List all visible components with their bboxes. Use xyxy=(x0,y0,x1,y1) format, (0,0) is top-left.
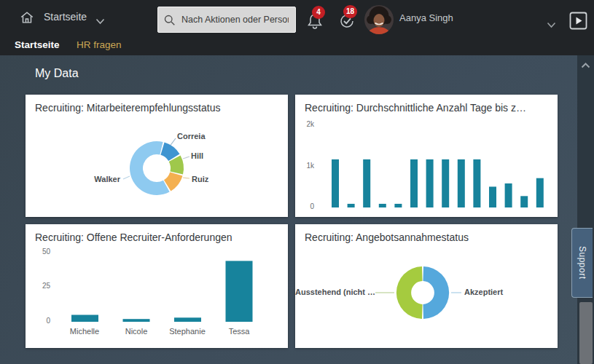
tile-mitarbeiterempfehlungsstatus[interactable]: Recruiting: Mitarbeiterempfehlungsstatus… xyxy=(26,95,288,217)
tile-angebotsannahmestatus[interactable]: Recruiting: Angebotsannahmestatus Ausste… xyxy=(295,224,558,348)
slice-label-ausstehend: Ausstehend (nicht … xyxy=(295,288,372,296)
tab-bar: Startseite HR fragen xyxy=(0,35,594,55)
donut-chart-svg xyxy=(295,246,558,348)
label-connector xyxy=(123,176,130,179)
slice-label-walker: Walker xyxy=(66,175,120,183)
search-box[interactable] xyxy=(157,7,296,33)
x-label-nicole: Nicole xyxy=(107,327,165,336)
card-title: Recruiting: Offene Recruiter-Anforderung… xyxy=(26,224,288,246)
top-bar: Startseite 4 18 xyxy=(0,0,594,35)
card-title: Recruiting: Angebotsannahmestatus xyxy=(295,224,558,246)
search-icon xyxy=(163,14,176,26)
tile-offene-recruiter-anforderungen[interactable]: Recruiting: Offene Recruiter-Anforderung… xyxy=(26,224,288,348)
bar-12[interactable] xyxy=(520,196,528,207)
nav-title[interactable]: Startseite xyxy=(44,11,87,23)
bar-3[interactable] xyxy=(379,204,386,207)
user-menu-chevron-down-icon[interactable] xyxy=(547,18,556,31)
user-name[interactable]: Aanya Singh xyxy=(399,12,453,23)
x-label-stephanie: Stephanie xyxy=(158,327,216,336)
bar-9[interactable] xyxy=(473,159,480,207)
bar-11[interactable] xyxy=(505,183,512,207)
bar-7[interactable] xyxy=(442,159,449,207)
chevron-down-icon[interactable] xyxy=(95,15,105,28)
donut-chart-offer-status: Ausstehend (nicht … Akzeptiert xyxy=(295,246,558,348)
card-title: Recruiting: Durchschnittliche Anzahl Tag… xyxy=(295,95,558,116)
donut-slice-ausstehendnicht[interactable] xyxy=(396,266,423,319)
media-player-icon[interactable] xyxy=(569,12,587,30)
bar-3[interactable] xyxy=(226,261,253,322)
slice-label-ruiz: Ruiz xyxy=(192,175,208,183)
bar-chart-open-requisitions: 50 25 0 Michelle Nicole Stephanie Tessa xyxy=(26,246,288,348)
slice-label-akzeptiert: Akzeptiert xyxy=(464,288,503,296)
bar-5[interactable] xyxy=(410,159,418,207)
donut-chart-referral-status: Correia Hill Ruiz Walker xyxy=(26,116,288,217)
scrollbar-thumb[interactable] xyxy=(579,302,593,364)
tile-durchschnittliche-tage[interactable]: Recruiting: Durchschnittliche Anzahl Tag… xyxy=(295,95,558,217)
bar-chart-svg xyxy=(295,116,558,217)
card-title: Recruiting: Mitarbeiterempfehlungsstatus xyxy=(26,95,288,116)
donut-slice-akzeptiert[interactable] xyxy=(423,266,449,319)
support-tab[interactable]: Support xyxy=(571,228,593,298)
bar-4[interactable] xyxy=(394,204,402,207)
section-title: My Data xyxy=(35,67,79,80)
bar-10[interactable] xyxy=(489,186,496,207)
x-label-michelle: Michelle xyxy=(55,327,114,336)
bar-13[interactable] xyxy=(536,178,544,207)
bar-0[interactable] xyxy=(332,159,339,207)
home-icon[interactable] xyxy=(19,9,35,25)
avatar[interactable] xyxy=(364,5,394,34)
notifications-badge: 4 xyxy=(312,6,325,19)
search-input[interactable] xyxy=(180,14,290,25)
bar-6[interactable] xyxy=(426,159,434,207)
label-connector xyxy=(183,178,189,178)
content-area: My Data Recruiting: Mitarbeiterempfehlun… xyxy=(0,55,594,364)
tab-hr-fragen[interactable]: HR fragen xyxy=(77,39,122,50)
app-window: Startseite 4 18 xyxy=(0,0,594,364)
bar-0[interactable] xyxy=(71,315,98,323)
bar-chart-avg-days: 2k 1k 0 xyxy=(295,116,558,217)
tab-startseite[interactable]: Startseite xyxy=(15,39,60,50)
x-label-tessa: Tessa xyxy=(210,327,268,336)
support-tab-label: Support xyxy=(577,246,587,280)
scroll-up-icon[interactable] xyxy=(580,60,591,68)
label-connector xyxy=(183,157,189,159)
bar-1[interactable] xyxy=(348,204,355,207)
slice-label-correia: Correia xyxy=(177,132,206,141)
todos-badge: 18 xyxy=(343,5,357,18)
slice-label-hill: Hill xyxy=(191,151,203,160)
bar-2[interactable] xyxy=(363,159,370,207)
bar-1[interactable] xyxy=(123,319,150,322)
bar-2[interactable] xyxy=(174,317,201,322)
bar-8[interactable] xyxy=(458,159,465,207)
donut-chart-svg xyxy=(26,116,288,217)
